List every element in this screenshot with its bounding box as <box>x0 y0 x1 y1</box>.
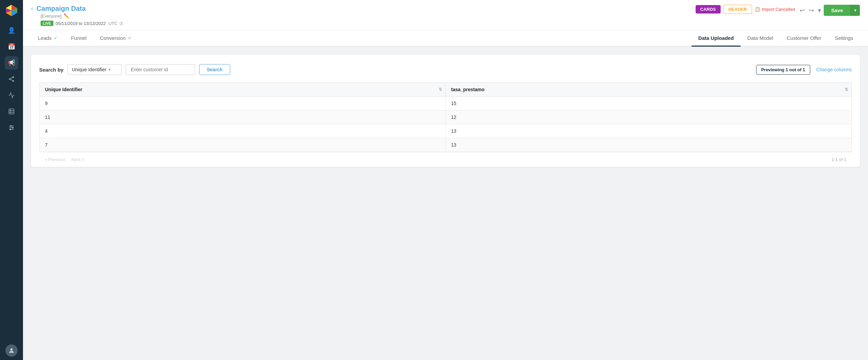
app-logo[interactable] <box>4 3 19 18</box>
svg-point-8 <box>9 78 11 80</box>
import-icon: 📋 <box>755 7 760 12</box>
sort-icon-tasa-prestamo: ⇅ <box>845 87 848 92</box>
import-cancelled-label[interactable]: 📋 Import Cancelled <box>755 7 795 12</box>
page-title: Campaign Data <box>37 5 86 12</box>
search-input[interactable] <box>126 64 195 75</box>
col-header-unique-identifier[interactable]: Unique Identifier ⇅ <box>40 83 446 97</box>
tab-conversion[interactable]: Conversion ✓ <box>93 30 138 47</box>
tab-data-uploaded[interactable]: Data Uploaded <box>692 30 741 47</box>
subtitle-text: [Everyone] <box>41 14 62 19</box>
sidebar-item-calendar[interactable]: 📅 <box>5 40 18 53</box>
svg-point-20 <box>12 127 13 128</box>
table-row: 4 13 <box>40 124 852 138</box>
data-table: Unique Identifier ⇅ tasa_prestamo ⇅ 9 15… <box>39 82 852 152</box>
sidebar-avatar-section <box>5 344 18 357</box>
tab-funnel[interactable]: Funnel <box>64 30 93 47</box>
svg-point-9 <box>13 80 14 82</box>
svg-line-11 <box>10 77 13 78</box>
svg-point-19 <box>10 125 11 126</box>
edit-icon[interactable]: ✏️ <box>64 13 69 19</box>
sort-icon-unique-identifier: ⇅ <box>439 87 442 92</box>
conversion-check-icon: ✓ <box>128 35 131 41</box>
leads-check-icon: ✓ <box>54 35 57 41</box>
topbar-right: CARDS HEADER 📋 Import Cancelled ↩ ↪ ▾ Sa… <box>696 5 860 21</box>
tab-leads[interactable]: Leads ✓ <box>31 30 64 47</box>
sidebar-item-campaigns[interactable]: 📢 <box>5 56 18 70</box>
user-avatar[interactable] <box>5 344 18 357</box>
table-row: 9 15 <box>40 97 852 110</box>
search-by-label: Search by <box>39 67 64 73</box>
search-right: Previewing 1 out of 1 Change columns <box>756 65 852 75</box>
tab-customer-offer[interactable]: Customer Offer <box>780 30 828 47</box>
svg-point-22 <box>10 348 13 351</box>
sidebar-item-sliders[interactable] <box>5 121 18 134</box>
sidebar: 👤 📅 📢 <box>0 0 23 360</box>
search-selector-value: Unique Identifier <box>72 67 106 72</box>
more-button[interactable]: ▾ <box>817 5 822 16</box>
sidebar-item-share[interactable] <box>5 72 18 86</box>
live-row: LIVE 05/11/2019 to 13/12/2022 UTC -3 <box>41 21 123 26</box>
page-info: 1-1 of 1 <box>831 157 846 162</box>
tabbar: Leads ✓ Funnel Conversion ✓ Data Uploade… <box>23 30 868 47</box>
save-group: Save ▾ <box>824 5 860 16</box>
redo-button[interactable]: ↪ <box>807 5 815 16</box>
prev-page-button[interactable]: « Previous <box>45 157 65 162</box>
cell-unique-identifier: 9 <box>40 97 446 110</box>
save-button[interactable]: Save <box>824 5 850 16</box>
badges-row: CARDS HEADER 📋 Import Cancelled <box>696 5 795 14</box>
table-header-row: Unique Identifier ⇅ tasa_prestamo ⇅ <box>40 83 852 97</box>
sidebar-item-analytics[interactable] <box>5 88 18 102</box>
svg-rect-12 <box>9 109 14 114</box>
search-selector[interactable]: Unique Identifier ▾ <box>68 64 122 75</box>
pagination-nav: « Previous Next » <box>45 157 84 162</box>
cell-tasa-prestamo: 12 <box>445 110 852 124</box>
cards-badge[interactable]: CARDS <box>696 5 721 14</box>
search-row: Search by Unique Identifier ▾ Search Pre… <box>39 64 852 75</box>
header-badge[interactable]: HEADER <box>723 5 752 14</box>
topbar-left: ‹ Campaign Data [Everyone] ✏️ LIVE 05/11… <box>31 5 123 30</box>
svg-point-7 <box>13 76 14 78</box>
svg-point-21 <box>10 129 11 130</box>
preview-badge: Previewing 1 out of 1 <box>756 65 810 75</box>
tab-data-model[interactable]: Data Model <box>741 30 780 47</box>
table-row: 11 12 <box>40 110 852 124</box>
save-dropdown-button[interactable]: ▾ <box>850 5 860 16</box>
topbar: ‹ Campaign Data [Everyone] ✏️ LIVE 05/11… <box>23 0 868 30</box>
main-content: ‹ Campaign Data [Everyone] ✏️ LIVE 05/11… <box>23 0 868 360</box>
utc-label: UTC -3 <box>108 21 123 26</box>
toolbar-actions: ↩ ↪ ▾ Save ▾ <box>798 5 860 16</box>
change-columns-button[interactable]: Change columns <box>816 67 852 72</box>
data-card: Search by Unique Identifier ▾ Search Pre… <box>31 55 860 167</box>
date-range: 05/11/2019 to 13/12/2022 <box>55 21 105 26</box>
pagination: « Previous Next » 1-1 of 1 <box>39 152 852 167</box>
chevron-down-icon: ▾ <box>108 67 111 72</box>
svg-line-10 <box>10 79 13 80</box>
cell-unique-identifier: 4 <box>40 124 446 138</box>
tab-settings[interactable]: Settings <box>828 30 860 47</box>
undo-button[interactable]: ↩ <box>798 5 806 16</box>
sidebar-item-table[interactable] <box>5 105 18 118</box>
search-button[interactable]: Search <box>199 64 231 75</box>
cell-tasa-prestamo: 13 <box>445 138 852 152</box>
page-subtitle: [Everyone] ✏️ <box>41 13 123 19</box>
content-area: Search by Unique Identifier ▾ Search Pre… <box>23 47 868 360</box>
back-button[interactable]: ‹ <box>31 5 33 12</box>
cell-tasa-prestamo: 13 <box>445 124 852 138</box>
cell-unique-identifier: 7 <box>40 138 446 152</box>
table-row: 7 13 <box>40 138 852 152</box>
cell-unique-identifier: 11 <box>40 110 446 124</box>
live-badge: LIVE <box>41 21 53 26</box>
col-header-tasa-prestamo[interactable]: tasa_prestamo ⇅ <box>445 83 852 97</box>
cell-tasa-prestamo: 15 <box>445 97 852 110</box>
next-page-button[interactable]: Next » <box>71 157 84 162</box>
sidebar-item-users[interactable]: 👤 <box>5 24 18 37</box>
